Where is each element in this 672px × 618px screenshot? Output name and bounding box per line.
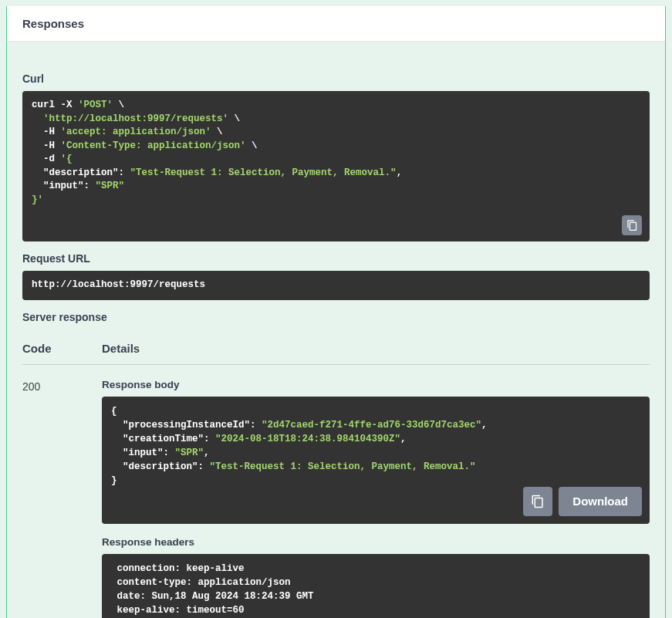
copy-curl-button[interactable] <box>622 215 642 235</box>
response-body-label: Response body <box>102 379 650 390</box>
copy-response-button[interactable] <box>523 487 552 516</box>
clipboard-icon <box>531 494 545 509</box>
request-url-block[interactable]: http://localhost:9997/requests <box>22 271 650 300</box>
clipboard-icon <box>626 219 638 231</box>
curl-code-block[interactable]: curl -X 'POST' \ 'http://localhost:9997/… <box>22 91 650 241</box>
responses-section-header: Responses <box>7 6 665 42</box>
api-response-panel: Responses Curl curl -X 'POST' \ 'http://… <box>6 6 666 618</box>
curl-label: Curl <box>22 73 650 85</box>
details-column-header: Details <box>102 342 650 355</box>
response-body-actions: Download <box>523 487 642 516</box>
responses-content: Curl curl -X 'POST' \ 'http://localhost:… <box>7 73 665 618</box>
server-response-label: Server response <box>22 311 650 323</box>
responses-title: Responses <box>22 17 650 30</box>
response-table-header: Code Details <box>22 342 650 365</box>
response-row: 200 Response body { "processingInstanceI… <box>22 377 650 619</box>
status-code: 200 <box>22 377 102 619</box>
response-body-block[interactable]: { "processingInstanceId": "2d47caed-f271… <box>102 397 650 524</box>
response-details: Response body { "processingInstanceId": … <box>102 377 650 619</box>
download-response-button[interactable]: Download <box>559 487 642 516</box>
response-headers-block[interactable]: connection: keep-alive content-type: app… <box>102 554 650 619</box>
request-url-label: Request URL <box>22 252 650 265</box>
response-table: Code Details 200 Response body { "proces… <box>22 342 650 619</box>
code-column-header: Code <box>22 342 102 355</box>
response-headers-label: Response headers <box>102 536 650 548</box>
